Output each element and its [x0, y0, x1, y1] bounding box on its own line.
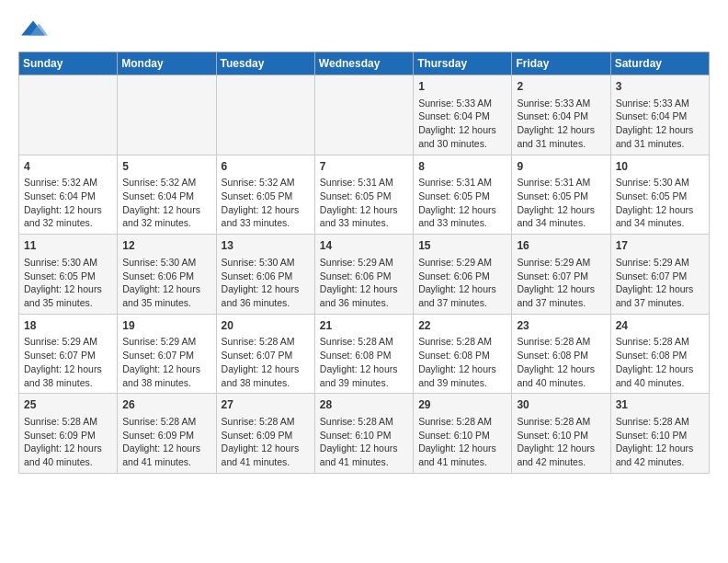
day-number: 13 [222, 238, 310, 254]
week-row-5: 25Sunrise: 5:28 AM Sunset: 6:09 PM Dayli… [19, 394, 710, 474]
day-info: Sunrise: 5:30 AM Sunset: 6:05 PM Dayligh… [24, 256, 112, 310]
day-info: Sunrise: 5:28 AM Sunset: 6:08 PM Dayligh… [517, 335, 605, 389]
header-monday: Monday [118, 52, 216, 75]
day-info: Sunrise: 5:28 AM Sunset: 6:08 PM Dayligh… [418, 335, 506, 389]
day-cell: 2Sunrise: 5:33 AM Sunset: 6:04 PM Daylig… [512, 75, 610, 155]
day-number: 8 [418, 159, 506, 175]
day-cell [216, 75, 314, 155]
calendar-table: SundayMondayTuesdayWednesdayThursdayFrid… [18, 52, 710, 474]
day-number: 1 [418, 79, 506, 95]
day-cell: 3Sunrise: 5:33 AM Sunset: 6:04 PM Daylig… [610, 75, 709, 155]
logo [18, 15, 51, 44]
day-info: Sunrise: 5:31 AM Sunset: 6:05 PM Dayligh… [320, 176, 408, 230]
day-info: Sunrise: 5:31 AM Sunset: 6:05 PM Dayligh… [418, 176, 506, 230]
day-cell: 4Sunrise: 5:32 AM Sunset: 6:04 PM Daylig… [19, 155, 118, 235]
day-info: Sunrise: 5:29 AM Sunset: 6:07 PM Dayligh… [517, 256, 605, 310]
day-info: Sunrise: 5:32 AM Sunset: 6:04 PM Dayligh… [122, 176, 210, 230]
day-number: 30 [517, 397, 605, 413]
day-cell: 10Sunrise: 5:30 AM Sunset: 6:05 PM Dayli… [610, 155, 709, 235]
day-info: Sunrise: 5:32 AM Sunset: 6:05 PM Dayligh… [222, 176, 310, 230]
header-wednesday: Wednesday [314, 52, 413, 75]
day-cell: 11Sunrise: 5:30 AM Sunset: 6:05 PM Dayli… [19, 235, 118, 315]
day-number: 25 [24, 397, 112, 413]
day-number: 7 [320, 159, 408, 175]
day-cell: 16Sunrise: 5:29 AM Sunset: 6:07 PM Dayli… [512, 235, 610, 315]
day-cell: 25Sunrise: 5:28 AM Sunset: 6:09 PM Dayli… [19, 394, 118, 474]
day-number: 11 [24, 238, 112, 254]
day-cell: 17Sunrise: 5:29 AM Sunset: 6:07 PM Dayli… [610, 235, 709, 315]
day-cell: 13Sunrise: 5:30 AM Sunset: 6:06 PM Dayli… [216, 235, 314, 315]
day-number: 18 [24, 318, 112, 334]
day-info: Sunrise: 5:29 AM Sunset: 6:06 PM Dayligh… [320, 256, 408, 310]
day-number: 4 [24, 159, 112, 175]
day-cell: 26Sunrise: 5:28 AM Sunset: 6:09 PM Dayli… [118, 394, 216, 474]
header-row: SundayMondayTuesdayWednesdayThursdayFrid… [19, 52, 710, 75]
day-info: Sunrise: 5:33 AM Sunset: 6:04 PM Dayligh… [517, 97, 605, 151]
day-info: Sunrise: 5:32 AM Sunset: 6:04 PM Dayligh… [24, 176, 112, 230]
day-number: 21 [320, 318, 408, 334]
header-sunday: Sunday [19, 52, 118, 75]
day-cell [314, 75, 413, 155]
day-info: Sunrise: 5:28 AM Sunset: 6:10 PM Dayligh… [517, 415, 605, 469]
header-saturday: Saturday [610, 52, 709, 75]
day-number: 3 [616, 79, 704, 95]
day-info: Sunrise: 5:28 AM Sunset: 6:09 PM Dayligh… [24, 415, 112, 469]
day-cell: 24Sunrise: 5:28 AM Sunset: 6:08 PM Dayli… [610, 314, 709, 394]
day-cell: 7Sunrise: 5:31 AM Sunset: 6:05 PM Daylig… [314, 155, 413, 235]
day-number: 16 [517, 238, 605, 254]
logo-icon [18, 15, 48, 44]
day-number: 12 [122, 238, 210, 254]
day-info: Sunrise: 5:30 AM Sunset: 6:05 PM Dayligh… [616, 176, 704, 230]
day-cell [118, 75, 216, 155]
day-info: Sunrise: 5:33 AM Sunset: 6:04 PM Dayligh… [616, 97, 704, 151]
day-number: 9 [517, 159, 605, 175]
day-number: 19 [122, 318, 210, 334]
day-cell: 22Sunrise: 5:28 AM Sunset: 6:08 PM Dayli… [414, 314, 512, 394]
day-number: 10 [616, 159, 704, 175]
header-tuesday: Tuesday [216, 52, 314, 75]
day-number: 23 [517, 318, 605, 334]
day-cell: 14Sunrise: 5:29 AM Sunset: 6:06 PM Dayli… [314, 235, 413, 315]
day-cell: 9Sunrise: 5:31 AM Sunset: 6:05 PM Daylig… [512, 155, 610, 235]
day-info: Sunrise: 5:28 AM Sunset: 6:09 PM Dayligh… [222, 415, 310, 469]
day-number: 26 [122, 397, 210, 413]
day-cell: 18Sunrise: 5:29 AM Sunset: 6:07 PM Dayli… [19, 314, 118, 394]
day-cell: 12Sunrise: 5:30 AM Sunset: 6:06 PM Dayli… [118, 235, 216, 315]
day-cell: 23Sunrise: 5:28 AM Sunset: 6:08 PM Dayli… [512, 314, 610, 394]
day-cell: 27Sunrise: 5:28 AM Sunset: 6:09 PM Dayli… [216, 394, 314, 474]
day-info: Sunrise: 5:28 AM Sunset: 6:08 PM Dayligh… [320, 335, 408, 389]
day-number: 22 [418, 318, 506, 334]
week-row-4: 18Sunrise: 5:29 AM Sunset: 6:07 PM Dayli… [19, 314, 710, 394]
day-cell: 30Sunrise: 5:28 AM Sunset: 6:10 PM Dayli… [512, 394, 610, 474]
header-thursday: Thursday [414, 52, 512, 75]
day-info: Sunrise: 5:31 AM Sunset: 6:05 PM Dayligh… [517, 176, 605, 230]
day-number: 24 [616, 318, 704, 334]
day-cell: 21Sunrise: 5:28 AM Sunset: 6:08 PM Dayli… [314, 314, 413, 394]
page-header [18, 15, 710, 44]
day-cell: 5Sunrise: 5:32 AM Sunset: 6:04 PM Daylig… [118, 155, 216, 235]
day-info: Sunrise: 5:28 AM Sunset: 6:07 PM Dayligh… [222, 335, 310, 389]
week-row-3: 11Sunrise: 5:30 AM Sunset: 6:05 PM Dayli… [19, 235, 710, 315]
day-info: Sunrise: 5:29 AM Sunset: 6:06 PM Dayligh… [418, 256, 506, 310]
day-cell: 28Sunrise: 5:28 AM Sunset: 6:10 PM Dayli… [314, 394, 413, 474]
day-cell: 8Sunrise: 5:31 AM Sunset: 6:05 PM Daylig… [414, 155, 512, 235]
header-friday: Friday [512, 52, 610, 75]
day-info: Sunrise: 5:28 AM Sunset: 6:09 PM Dayligh… [122, 415, 210, 469]
week-row-1: 1Sunrise: 5:33 AM Sunset: 6:04 PM Daylig… [19, 75, 710, 155]
day-number: 17 [616, 238, 704, 254]
day-info: Sunrise: 5:29 AM Sunset: 6:07 PM Dayligh… [24, 335, 112, 389]
day-number: 6 [222, 159, 310, 175]
day-info: Sunrise: 5:28 AM Sunset: 6:10 PM Dayligh… [616, 415, 704, 469]
day-number: 31 [616, 397, 704, 413]
day-info: Sunrise: 5:28 AM Sunset: 6:10 PM Dayligh… [320, 415, 408, 469]
day-cell: 1Sunrise: 5:33 AM Sunset: 6:04 PM Daylig… [414, 75, 512, 155]
day-number: 15 [418, 238, 506, 254]
day-number: 28 [320, 397, 408, 413]
day-info: Sunrise: 5:30 AM Sunset: 6:06 PM Dayligh… [122, 256, 210, 310]
day-cell: 29Sunrise: 5:28 AM Sunset: 6:10 PM Dayli… [414, 394, 512, 474]
day-info: Sunrise: 5:29 AM Sunset: 6:07 PM Dayligh… [616, 256, 704, 310]
day-number: 14 [320, 238, 408, 254]
day-info: Sunrise: 5:28 AM Sunset: 6:08 PM Dayligh… [616, 335, 704, 389]
day-number: 29 [418, 397, 506, 413]
day-cell: 20Sunrise: 5:28 AM Sunset: 6:07 PM Dayli… [216, 314, 314, 394]
